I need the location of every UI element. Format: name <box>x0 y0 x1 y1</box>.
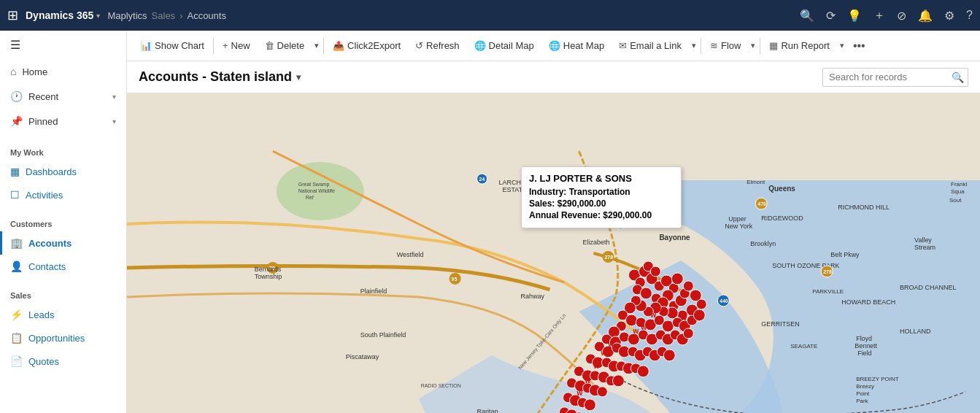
tooltip-revenue-value: $290,000.00 <box>603 210 652 220</box>
leads-label: Leads <box>28 309 54 320</box>
dashboards-icon: ▦ <box>10 166 20 177</box>
svg-text:Piscataway: Piscataway <box>346 353 379 360</box>
email-icon: ✉ <box>619 40 627 51</box>
svg-text:Brooklyn: Brooklyn <box>750 240 776 247</box>
toolbar-separator-4 <box>760 38 760 54</box>
svg-text:Bennett: Bennett <box>854 342 877 350</box>
tooltip-sales-label: Sales: <box>529 198 555 209</box>
lightbulb-icon[interactable]: 💡 <box>847 9 862 23</box>
tooltip-sales: Sales: $290,000.00 <box>529 198 674 209</box>
home-icon: ⌂ <box>10 66 16 77</box>
svg-text:w: w <box>593 362 599 370</box>
svg-text:Breezy: Breezy <box>856 383 874 390</box>
tooltip-industry-value: Transportation <box>569 187 630 197</box>
help-icon[interactable]: ? <box>966 9 973 22</box>
search-box[interactable]: 🔍 <box>822 68 968 87</box>
breadcrumb-accounts[interactable]: Accounts <box>187 10 225 21</box>
sidebar: ☰ ⌂ Home 🕐 Recent ▾ 📌 Pinned ▾ My Work ▦… <box>0 31 127 413</box>
search-icon[interactable]: 🔍 <box>800 9 814 23</box>
sidebar-item-leads[interactable]: ⚡ Leads <box>0 303 126 326</box>
search-submit-icon[interactable]: 🔍 <box>952 72 964 83</box>
more-options-icon[interactable]: ••• <box>849 36 870 55</box>
sidebar-item-activities[interactable]: ☐ Activities <box>0 183 126 206</box>
tooltip-industry-label: Industry: <box>529 187 566 197</box>
opportunities-icon: 📋 <box>10 332 23 344</box>
svg-text:RICHMOND HILL: RICHMOND HILL <box>838 204 890 211</box>
section-title-customers: Customers <box>0 212 126 231</box>
svg-text:w: w <box>607 340 614 348</box>
toolbar-separator-2 <box>323 38 324 54</box>
activities-icon: ☐ <box>10 189 20 201</box>
quotes-label: Quotes <box>28 356 59 367</box>
main-layout: ☰ ⌂ Home 🕐 Recent ▾ 📌 Pinned ▾ My Work ▦… <box>0 31 980 413</box>
email-dropdown[interactable]: ▾ <box>689 36 699 55</box>
sidebar-item-recent[interactable]: 🕐 Recent ▾ <box>0 84 126 109</box>
view-header: Accounts - Staten island ▾ 🔍 <box>127 61 980 93</box>
svg-text:Great Swamp: Great Swamp <box>298 182 330 188</box>
svg-point-78 <box>640 287 652 299</box>
top-bar-icons: 🔍 ⟳ 💡 ＋ ⊘ 🔔 ⚙ ? <box>800 8 973 23</box>
sidebar-item-quotes[interactable]: 📄 Quotes <box>0 350 126 373</box>
svg-text:Township: Township <box>255 273 282 280</box>
dashboards-label: Dashboards <box>26 166 77 177</box>
settings-icon[interactable]: ⚙ <box>944 9 954 23</box>
run-report-button[interactable]: ▦ Run Report <box>762 36 836 55</box>
svg-text:95: 95 <box>452 277 458 282</box>
recent-chevron-icon: ▾ <box>112 93 116 101</box>
svg-text:w: w <box>687 309 694 317</box>
section-title-mywork: My Work <box>0 141 126 160</box>
click2export-button[interactable]: 📤 Click2Export <box>325 36 408 55</box>
show-chart-button[interactable]: 📊 Show Chart <box>133 36 212 55</box>
refresh-label: Refresh <box>426 40 460 51</box>
run-report-icon: ▦ <box>769 40 778 51</box>
sidebar-item-dashboards[interactable]: ▦ Dashboards <box>0 160 126 183</box>
svg-text:SEAGATE: SEAGATE <box>790 343 817 350</box>
delete-button[interactable]: 🗑 Delete <box>258 36 312 55</box>
svg-text:24: 24 <box>479 177 485 182</box>
new-button[interactable]: + New <box>215 36 258 55</box>
refresh-icon[interactable]: ⟳ <box>826 9 836 23</box>
svg-text:440: 440 <box>719 298 728 304</box>
run-report-dropdown[interactable]: ▾ <box>837 36 847 55</box>
delete-dropdown[interactable]: ▾ <box>312 36 322 55</box>
view-title-text: Accounts - Staten island <box>139 69 292 85</box>
plus-icon[interactable]: ＋ <box>873 8 885 23</box>
sidebar-home-label: Home <box>22 66 47 77</box>
refresh-button[interactable]: ↺ Refresh <box>408 36 467 55</box>
sidebar-item-home[interactable]: ⌂ Home <box>0 59 126 84</box>
filter-icon[interactable]: ⊘ <box>897 9 906 23</box>
svg-point-156 <box>584 399 595 411</box>
sidebar-item-contacts[interactable]: 👤 Contacts <box>0 255 126 278</box>
detail-map-icon: 🌐 <box>474 40 486 51</box>
map-area[interactable]: Great Swamp National Wildlife Ref 78 95 <box>127 93 980 413</box>
app-title-chevron-icon[interactable]: ▾ <box>96 12 100 20</box>
svg-point-141 <box>637 366 649 377</box>
email-link-button[interactable]: ✉ Email a Link <box>611 36 689 55</box>
tooltip-industry: Industry: Transportation <box>529 187 674 197</box>
svg-text:Point: Point <box>856 390 870 397</box>
svg-text:w: w <box>600 349 606 357</box>
view-title-chevron-icon[interactable]: ▾ <box>296 72 301 82</box>
flow-dropdown[interactable]: ▾ <box>748 36 758 55</box>
waffle-menu-icon[interactable]: ⊞ <box>7 7 18 23</box>
activities-label: Activities <box>26 190 63 201</box>
pinned-chevron-icon: ▾ <box>112 117 116 126</box>
svg-text:478: 478 <box>757 201 766 206</box>
detail-map-label: Detail Map <box>489 40 534 51</box>
sidebar-pinned-label: Pinned <box>28 116 58 127</box>
svg-text:Westfield: Westfield <box>397 251 424 258</box>
show-chart-label: Show Chart <box>155 40 204 51</box>
flow-icon: ≋ <box>710 40 718 51</box>
sidebar-item-accounts[interactable]: 🏢 Accounts <box>0 231 126 255</box>
breadcrumb-maplytics[interactable]: Maplytics <box>107 10 147 21</box>
sidebar-hamburger-icon[interactable]: ☰ <box>0 31 126 59</box>
heat-map-button[interactable]: 🌐 Heat Map <box>541 36 611 55</box>
sidebar-item-opportunities[interactable]: 📋 Opportunities <box>0 326 126 350</box>
click2export-label: Click2Export <box>347 40 401 51</box>
svg-text:Squa: Squa <box>951 188 965 195</box>
bell-icon[interactable]: 🔔 <box>918 9 933 23</box>
sidebar-item-pinned[interactable]: 📌 Pinned ▾ <box>0 109 126 134</box>
search-input[interactable] <box>829 72 952 82</box>
flow-button[interactable]: ≋ Flow <box>703 36 748 55</box>
detail-map-button[interactable]: 🌐 Detail Map <box>467 36 541 55</box>
